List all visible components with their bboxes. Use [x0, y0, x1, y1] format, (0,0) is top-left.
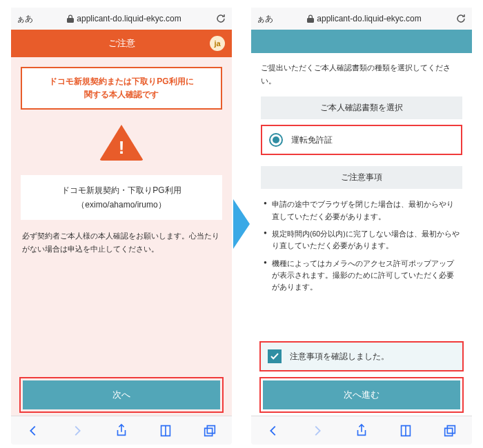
- list-item: 申請の途中でブラウザを閉じた場合は、最初からやり直していただく必要があります。: [264, 198, 460, 223]
- notes-list: 申請の途中でブラウザを閉じた場合は、最初からやり直していただく必要があります。 …: [261, 194, 462, 305]
- next-button-highlight: 次へ進む: [259, 377, 464, 413]
- warning-icon-wrap: [21, 125, 222, 163]
- notice-line2: 関する本人確認です: [28, 88, 215, 101]
- page-header: [251, 30, 472, 53]
- browser-toolbar: [251, 416, 472, 445]
- card-line2: （eximo/ahamo/irumo）: [26, 198, 217, 212]
- proceed-button[interactable]: 次へ進む: [263, 380, 460, 409]
- confirm-label: 注意事項を確認しました。: [290, 351, 389, 363]
- right-body: ご提出いただくご本人確認書類の種類を選択してください。 ご本人確認書類を選択 運…: [251, 53, 472, 416]
- bookmarks-icon[interactable]: [398, 423, 413, 438]
- notice-box: ドコモ新規契約または下取りPG利用に 関する本人確認です: [21, 67, 222, 110]
- doc-option-row[interactable]: 運転免許証: [261, 125, 462, 155]
- checkbox-checked-icon: [268, 349, 282, 363]
- section-notes-header: ご注意事項: [261, 166, 462, 189]
- screen-left: ぁあ applicant-do.liquid-ekyc.com ご注意 ja ド…: [11, 3, 232, 445]
- page-header: ご注意 ja: [11, 30, 232, 57]
- arrow-separator: [232, 196, 251, 252]
- share-icon[interactable]: [354, 423, 369, 438]
- bookmarks-icon[interactable]: [158, 423, 173, 438]
- forward-icon: [310, 423, 325, 438]
- arrow-right-icon: [232, 196, 251, 252]
- list-item: 規定時間内(60分以内)に完了しない場合は、最初からやり直していただく必要があり…: [264, 228, 460, 252]
- url-text: applicant-do.liquid-ekyc.com: [77, 14, 181, 23]
- browser-address-bar: ぁあ applicant-do.liquid-ekyc.com: [11, 8, 232, 30]
- browser-toolbar: [11, 416, 232, 445]
- url-text: applicant-do.liquid-ekyc.com: [317, 14, 421, 23]
- notice-line1: ドコモ新規契約または下取りPG利用に: [28, 75, 215, 88]
- screen-right: ぁあ applicant-do.liquid-ekyc.com ご提出いただくご…: [251, 3, 472, 445]
- doc-option-label: 運転免許証: [291, 134, 333, 146]
- url-display[interactable]: applicant-do.liquid-ekyc.com: [40, 14, 208, 23]
- card-line1: ドコモ新規契約・下取りPG利用: [26, 183, 217, 197]
- reload-icon[interactable]: [215, 13, 226, 24]
- language-badge[interactable]: ja: [210, 36, 225, 51]
- reload-icon[interactable]: [455, 13, 466, 24]
- browser-address-bar: ぁあ applicant-do.liquid-ekyc.com: [251, 8, 472, 30]
- forward-icon: [70, 423, 85, 438]
- text-size-control[interactable]: ぁあ: [257, 13, 273, 25]
- intro-text: ご提出いただくご本人確認書類の種類を選択してください。: [261, 61, 462, 87]
- left-body: ドコモ新規契約または下取りPG利用に 関する本人確認です ドコモ新規契約・下取り…: [11, 57, 232, 416]
- tabs-icon[interactable]: [442, 423, 457, 438]
- section-select-header: ご本人確認書類を選択: [261, 96, 462, 119]
- back-icon[interactable]: [26, 423, 41, 438]
- next-button-highlight: 次へ: [19, 377, 224, 413]
- next-button[interactable]: 次へ: [23, 380, 220, 409]
- text-size-control[interactable]: ぁあ: [17, 13, 33, 25]
- lock-icon: [307, 14, 314, 23]
- context-card: ドコモ新規契約・下取りPG利用 （eximo/ahamo/irumo）: [21, 175, 222, 220]
- instruction-paragraph: 必ず契約者ご本人様の本人確認をお願いします。心当たりがない場合は申込を中止してく…: [22, 230, 221, 255]
- warning-icon: [99, 125, 144, 161]
- tabs-icon[interactable]: [202, 423, 217, 438]
- lock-icon: [67, 14, 74, 23]
- confirm-checkbox-row[interactable]: 注意事項を確認しました。: [259, 341, 464, 371]
- list-item: 機種によってはカメラへのアクセス許可ポップアップが表示されます。撮影のために許可…: [264, 258, 460, 294]
- radio-selected-icon: [269, 133, 283, 147]
- page-title: ご注意: [108, 37, 135, 50]
- svg-marker-0: [233, 199, 250, 249]
- url-display[interactable]: applicant-do.liquid-ekyc.com: [280, 14, 448, 23]
- share-icon[interactable]: [114, 423, 129, 438]
- back-icon[interactable]: [266, 423, 281, 438]
